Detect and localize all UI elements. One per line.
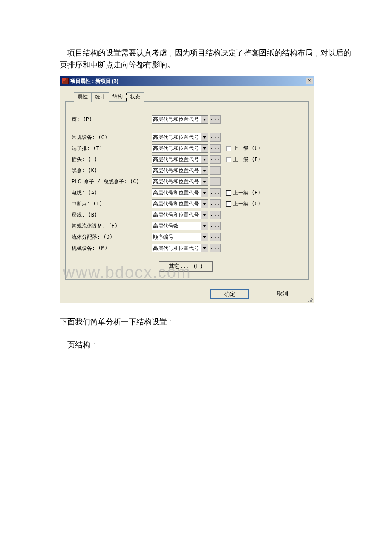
dropdown-icon[interactable]: [201, 200, 208, 208]
combo-blackbox[interactable]: 高层代号和位置代号: [152, 166, 208, 175]
dropdown-icon[interactable]: [201, 133, 208, 141]
close-button[interactable]: ×: [306, 78, 313, 84]
page-structure-paragraph: 页结构：: [60, 339, 392, 351]
combo-terminal-strip[interactable]: 高层代号和位置代号: [152, 144, 208, 153]
resize-grip-icon[interactable]: [307, 296, 313, 302]
dropdown-icon[interactable]: [201, 189, 208, 197]
dropdown-icon[interactable]: [201, 116, 208, 123]
upper-interruption[interactable]: 上一级 (O): [226, 200, 261, 208]
upper-plug-label: 上一级 (E): [233, 156, 261, 163]
tab-properties[interactable]: 属性: [74, 92, 92, 102]
upper-interruption-label: 上一级 (O): [233, 200, 261, 208]
analysis-paragraph: 下面我们简单分析一下结构设置：: [60, 316, 392, 328]
label-interruption: 中断点: (I): [72, 200, 152, 208]
combo-page[interactable]: 高层代号和位置代号: [152, 115, 208, 124]
browse-fluid-device[interactable]: ...: [210, 222, 221, 230]
other-button[interactable]: 其它... (H): [159, 261, 213, 272]
tab-structure[interactable]: 结构: [109, 92, 127, 101]
combo-busbar-value: 高层代号和位置代号: [152, 211, 201, 219]
row-terminal-strip: 端子排: (T) 高层代号和位置代号 ... 上一级 (U): [72, 143, 300, 154]
intro-paragraph: 项目结构的设置需要认真考虑，因为项目结构决定了整套图纸的结构布局，对以后的页排序…: [60, 47, 355, 71]
upper-plug[interactable]: 上一级 (E): [226, 156, 261, 163]
tab-panel-structure: 页: (P) 高层代号和位置代号 ... 常规设备: (G) 高层代号和位置代号…: [65, 101, 309, 280]
combo-general-device[interactable]: 高层代号和位置代号: [152, 133, 208, 142]
combo-plug[interactable]: 高层代号和位置代号: [152, 155, 208, 164]
combo-busbar[interactable]: 高层代号和位置代号: [152, 211, 208, 219]
checkbox-icon[interactable]: [226, 146, 231, 151]
browse-blackbox[interactable]: ...: [210, 166, 221, 175]
cancel-button[interactable]: 取消: [263, 289, 302, 299]
row-mechanical: 机械设备: (M) 高层代号和位置代号 ...: [72, 243, 300, 254]
label-fluid-device: 常规流体设备: (F): [72, 223, 152, 230]
dropdown-icon[interactable]: [201, 167, 208, 174]
upper-terminal-strip-label: 上一级 (U): [233, 145, 261, 152]
label-blackbox: 黑盒: (K): [72, 167, 152, 174]
tab-status[interactable]: 状态: [126, 92, 144, 102]
upper-cable-label: 上一级 (R): [233, 189, 261, 197]
row-fluid-distributor: 流体分配器: (D) 顺序编号 ...: [72, 231, 300, 243]
dialog-body: 属性 统计 结构 状态 页: (P) 高层代号和位置代号 ... 常规设: [60, 86, 314, 283]
label-plug: 插头: (L): [72, 156, 152, 163]
combo-cable[interactable]: 高层代号和位置代号: [152, 188, 208, 197]
combo-cable-value: 高层代号和位置代号: [152, 189, 201, 197]
combo-plc-box-value: 高层代号和位置代号: [152, 178, 201, 185]
label-page: 页: (P): [72, 116, 152, 123]
label-plc-box: PLC 盒子 / 总线盒子: (C): [72, 178, 152, 185]
combo-plug-value: 高层代号和位置代号: [152, 156, 201, 163]
combo-mechanical-value: 高层代号和位置代号: [152, 244, 201, 252]
tab-statistics[interactable]: 统计: [91, 92, 109, 102]
combo-page-value: 高层代号和位置代号: [152, 116, 201, 123]
row-general-device: 常规设备: (G) 高层代号和位置代号 ...: [72, 132, 300, 143]
combo-plc-box[interactable]: 高层代号和位置代号: [152, 177, 208, 186]
dropdown-icon[interactable]: [201, 156, 208, 163]
label-fluid-distributor: 流体分配器: (D): [72, 234, 152, 241]
app-icon: [62, 78, 69, 84]
label-busbar: 母线: (B): [72, 211, 152, 219]
row-plc-box: PLC 盒子 / 总线盒子: (C) 高层代号和位置代号 ...: [72, 176, 300, 187]
upper-cable[interactable]: 上一级 (R): [226, 189, 261, 197]
combo-fluid-distributor-value: 顺序编号: [152, 233, 201, 241]
combo-fluid-device[interactable]: 高层代号数: [152, 222, 208, 230]
combo-blackbox-value: 高层代号和位置代号: [152, 167, 201, 174]
tab-strip: 属性 统计 结构 状态: [74, 92, 309, 101]
combo-interruption-value: 高层代号和位置代号: [152, 200, 201, 208]
dialog-footer: 确定 取消: [60, 283, 314, 303]
project-properties-dialog: 项目属性 : 新项目 (3) × 属性 统计 结构 状态 页: (P) 高层代号…: [60, 76, 314, 303]
dialog-title: 项目属性 : 新项目 (3): [70, 78, 306, 85]
ok-button[interactable]: 确定: [210, 289, 249, 299]
browse-fluid-distributor[interactable]: ...: [210, 233, 221, 241]
row-blackbox: 黑盒: (K) 高层代号和位置代号 ...: [72, 165, 300, 176]
label-cable: 电缆: (A): [72, 189, 152, 197]
row-cable: 电缆: (A) 高层代号和位置代号 ... 上一级 (R): [72, 187, 300, 198]
combo-terminal-strip-value: 高层代号和位置代号: [152, 145, 201, 152]
dropdown-icon[interactable]: [201, 233, 208, 241]
combo-fluid-distributor[interactable]: 顺序编号: [152, 233, 208, 241]
checkbox-icon[interactable]: [226, 157, 231, 162]
browse-interruption[interactable]: ...: [210, 199, 221, 208]
browse-plc-box[interactable]: ...: [210, 177, 221, 186]
row-fluid-device: 常规流体设备: (F) 高层代号数 ...: [72, 220, 300, 231]
dropdown-icon[interactable]: [201, 211, 208, 219]
browse-mechanical[interactable]: ...: [210, 244, 221, 252]
combo-mechanical[interactable]: 高层代号和位置代号: [152, 244, 208, 252]
browse-page[interactable]: ...: [210, 115, 221, 124]
titlebar: 项目属性 : 新项目 (3) ×: [60, 76, 314, 86]
dropdown-icon[interactable]: [201, 222, 208, 230]
dropdown-icon[interactable]: [201, 178, 208, 185]
upper-terminal-strip[interactable]: 上一级 (U): [226, 145, 261, 152]
browse-general-device[interactable]: ...: [210, 133, 221, 142]
browse-plug[interactable]: ...: [210, 155, 221, 164]
browse-busbar[interactable]: ...: [210, 211, 221, 219]
combo-interruption[interactable]: 高层代号和位置代号: [152, 199, 208, 208]
combo-fluid-device-value: 高层代号数: [152, 222, 201, 230]
label-terminal-strip: 端子排: (T): [72, 145, 152, 152]
checkbox-icon[interactable]: [226, 190, 231, 196]
dropdown-icon[interactable]: [201, 145, 208, 152]
dropdown-icon[interactable]: [201, 244, 208, 252]
row-interruption: 中断点: (I) 高层代号和位置代号 ... 上一级 (O): [72, 198, 300, 209]
browse-terminal-strip[interactable]: ...: [210, 144, 221, 153]
browse-cable[interactable]: ...: [210, 188, 221, 197]
checkbox-icon[interactable]: [226, 201, 231, 207]
row-busbar: 母线: (B) 高层代号和位置代号 ...: [72, 209, 300, 220]
combo-general-device-value: 高层代号和位置代号: [152, 133, 201, 141]
